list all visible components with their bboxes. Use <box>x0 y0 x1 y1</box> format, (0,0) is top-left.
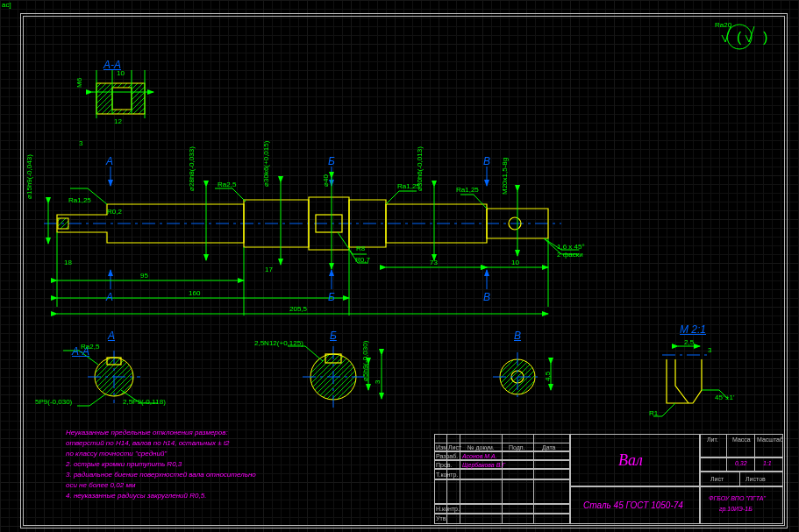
tb-h3: № докум. <box>467 444 495 450</box>
dim-160: 160 <box>189 290 200 297</box>
dim-205: 205,5 <box>289 306 307 313</box>
svg-text:): ) <box>763 30 767 45</box>
tb-name2: Щербакова В.Г <box>462 462 505 468</box>
dim-17: 17 <box>265 266 273 273</box>
main-shaft <box>44 167 579 316</box>
label-m21: М 2:1 <box>680 324 706 335</box>
note-6: 4. неуказанные радиусы закруглений R0,5. <box>66 493 206 500</box>
svg-rect-6 <box>58 218 68 229</box>
tb-grp: гр.10ИЭ-1Б <box>719 506 753 512</box>
ra125-3: Ra1,25 <box>456 187 479 194</box>
dim-3: 3 <box>79 140 82 147</box>
tb-r3: Т.контр. <box>436 472 458 478</box>
ra125-2: Ra1,25 <box>397 183 420 190</box>
key3: 2,5N12(+0,125) <box>254 340 303 347</box>
section-v-bottom <box>493 352 551 401</box>
dim-d1: ⌀15h9(-0,043) <box>26 154 33 199</box>
label-b: Б <box>328 156 335 167</box>
tb-h1: Изм <box>436 444 447 450</box>
key-rz: Ra2,5 <box>81 344 99 351</box>
note-4: 3. радиальное биение поверхностей вала о… <box>66 472 256 479</box>
svg-text:(: ( <box>737 30 742 45</box>
tb-material: Сталь 45 ГОСТ 1050-74 <box>583 501 683 510</box>
dim-d2: ⌀28h8(-0,033) <box>189 146 196 191</box>
tb-sheet: Лист <box>710 476 724 482</box>
tb-c1: Лит. <box>707 436 718 443</box>
r02: R0,2 <box>107 209 122 216</box>
r8: R8 <box>356 245 365 252</box>
tb-r4: Н.контр. <box>436 506 460 512</box>
dim-73: 73 <box>430 259 438 266</box>
key2: 2,5P9(-0,118) <box>123 399 166 406</box>
tb-sheets: Листов <box>745 476 766 482</box>
key1: 5P9(-0,030) <box>35 399 72 406</box>
dim-d4: ⌀40 <box>323 174 330 187</box>
svg-rect-3 <box>112 88 132 110</box>
tb-mass: 0,32 <box>735 460 747 466</box>
ra125-1: Ra1,25 <box>68 197 91 204</box>
label-a: А <box>106 156 113 167</box>
dim-d3: ⌀30k6(+0,015) <box>263 141 270 187</box>
note-3: 2. острые кромки притупить R0,3 <box>66 461 182 468</box>
note-5: оси не более 0,02 мм <box>66 482 135 489</box>
tb-h4: Подп. <box>509 444 525 450</box>
tb-scale: 1:1 <box>763 460 772 466</box>
note-0: Неуказанные предельные отклонения размер… <box>66 429 228 436</box>
r07: R0,7 <box>355 257 370 264</box>
tb-r1: Разраб. <box>436 453 458 459</box>
tb-part: Вал <box>618 451 643 470</box>
tb-h5: Дата <box>542 444 556 450</box>
chamfer2: 2 фаски <box>557 252 583 259</box>
aa-m6: M6 <box>76 78 83 88</box>
chamfer1: 1,6 x 45° <box>557 244 585 251</box>
ra25: Ra2,5 <box>218 181 236 188</box>
tb-c3: Масштаб <box>757 436 783 443</box>
label-v: В <box>483 156 490 167</box>
note-1: отверстий по H14, валов по h14, остальны… <box>66 440 230 447</box>
tb-org: ФГБОУ ВПО "ПГТА" <box>709 495 766 501</box>
tb-c2: Масса <box>732 436 751 443</box>
tb-name1: Асонов М.А. <box>462 453 497 459</box>
tb-h2: Лист <box>448 444 461 450</box>
detail-m21 <box>653 346 728 416</box>
dim-18: 18 <box>64 259 72 266</box>
tb-r5: Утв. <box>436 515 447 521</box>
dim-d6: M20x1,5-8g <box>502 158 509 195</box>
d-v: 4,5 <box>545 372 552 381</box>
dim-10: 10 <box>511 259 519 266</box>
dim-95: 95 <box>140 273 148 280</box>
tb-r2: Пров. <box>436 462 452 468</box>
note-2: по классу точности "средний" <box>66 450 167 458</box>
d-b1: ⌀5h9(-0,030) <box>362 341 369 381</box>
section-aa-top <box>92 70 153 118</box>
